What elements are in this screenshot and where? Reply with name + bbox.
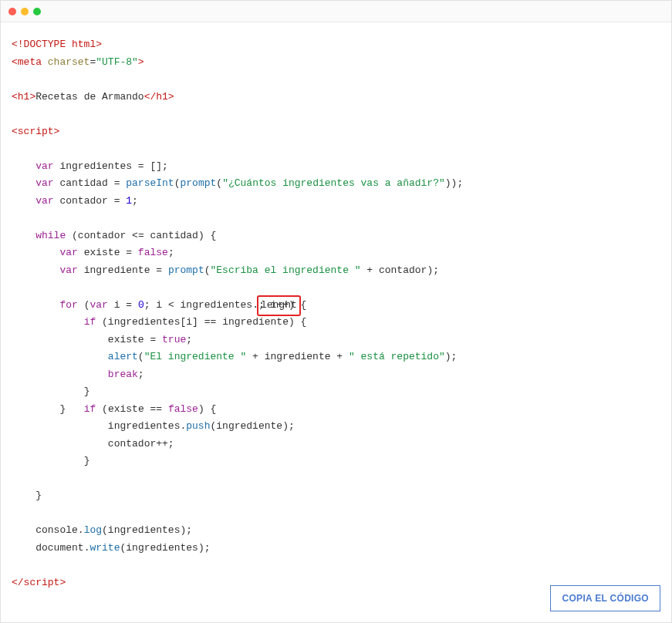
code-token: var [35, 160, 53, 172]
code-token: ; [138, 369, 144, 380]
code-token: parseInt [126, 177, 174, 189]
code-token: > [138, 56, 144, 68]
code-token: cantidad [59, 177, 107, 189]
code-token: i [156, 299, 162, 311]
code-token: ( [216, 177, 222, 189]
code-token: + [361, 264, 379, 276]
code-token: { [204, 403, 217, 415]
code-token: prompt [168, 264, 204, 276]
code-token: " está repetido" [349, 351, 445, 362]
code-token: Recetas de Armando [35, 91, 144, 103]
code-token-lenght: lenght [261, 299, 297, 311]
code-token: <= [126, 230, 150, 241]
maximize-dot-icon[interactable] [33, 8, 41, 15]
code-token: "¿Cuántos ingredientes vas a añadir?" [222, 177, 445, 189]
code-token: ingrediente [265, 351, 331, 362]
code-token: )); [445, 177, 463, 189]
code-token: 1 [126, 195, 132, 207]
code-token: } [59, 403, 66, 415]
code-token: { [295, 316, 307, 328]
code-token: for [59, 299, 77, 311]
code-token: ); [427, 264, 439, 276]
code-token: write [89, 542, 120, 554]
code-token: <!DOCTYPE html> [12, 39, 102, 50]
code-token: if [84, 316, 96, 328]
code-token: ); [180, 524, 192, 536]
code-token: false [138, 247, 168, 258]
code-token: contador [59, 195, 107, 207]
code-token: ; [144, 299, 157, 311]
code-token: contador [108, 438, 156, 450]
code-token: } [84, 386, 90, 397]
code-token: "El ingrediente " [144, 351, 247, 362]
code-token: ingredientes [108, 420, 181, 432]
code-token: ingrediente [84, 264, 150, 276]
error-highlight: lenght [257, 295, 301, 317]
code-token: ingredientes [181, 299, 253, 311]
code-token: charset [42, 56, 89, 68]
code-token: "UTF-8" [96, 56, 138, 68]
code-token: + [331, 351, 349, 362]
code-token: = [108, 195, 126, 207]
code-token: + [246, 351, 264, 362]
code-token: ); [282, 420, 295, 432]
code-token: ( [102, 316, 108, 328]
code-token: var [35, 177, 53, 189]
code-token: ; [132, 195, 138, 207]
code-token: ) [198, 403, 204, 415]
code-token: ; [168, 247, 174, 258]
code-token: ingrediente [222, 316, 289, 328]
code-token: = [132, 160, 150, 172]
code-token: < [162, 299, 180, 311]
code-token: ( [174, 177, 181, 189]
code-token: = [120, 247, 137, 258]
code-token: var [59, 247, 77, 258]
code-token: []; [150, 160, 167, 172]
code-token: <meta [12, 56, 42, 68]
code-token: . [78, 524, 84, 536]
code-token: console [35, 524, 78, 536]
code-token: if [84, 403, 96, 415]
code-token: ; [186, 334, 192, 345]
code-token: true [162, 334, 186, 345]
code-token: ingredientes [59, 160, 132, 172]
close-dot-icon[interactable] [8, 8, 16, 15]
code-token: contador [78, 230, 126, 241]
code-token: ingredientes [108, 316, 181, 328]
code-token: = [150, 264, 167, 276]
code-token: ( [102, 403, 108, 415]
code-token: push [186, 420, 210, 432]
code-token: { [204, 230, 217, 241]
code-token: break [108, 369, 138, 380]
code-token: 0 [138, 299, 144, 311]
window-titlebar [1, 1, 671, 22]
code-token: false [168, 403, 198, 415]
code-token: ) [289, 316, 295, 328]
minimize-dot-icon[interactable] [21, 8, 29, 15]
code-token: = [108, 177, 126, 189]
code-token: ++ [156, 438, 168, 450]
code-token: </h1> [144, 91, 174, 103]
code-token: log [84, 524, 102, 536]
code-token: = [120, 299, 137, 311]
code-token: ingredientes [108, 524, 181, 536]
code-token: </script> [12, 577, 66, 588]
code-token: contador [379, 264, 427, 276]
code-token: document [35, 542, 83, 554]
editor-window: <!DOCTYPE html> <meta charset="UTF-8"> <… [0, 0, 672, 623]
code-token: ingrediente [216, 420, 282, 432]
code-token: = [144, 334, 162, 345]
code-token: } [35, 490, 42, 501]
code-token: alert [108, 351, 138, 362]
code-token: ingredientes [126, 542, 198, 554]
code-token: while [35, 230, 66, 241]
copy-code-button[interactable]: COPIA EL CÓDIGO [550, 585, 660, 611]
code-token: var [35, 195, 53, 207]
code-token: == [144, 403, 168, 415]
code-token: var [59, 264, 77, 276]
code-token: ) [198, 230, 204, 241]
code-token: ); [198, 542, 211, 554]
code-block: <!DOCTYPE html> <meta charset="UTF-8"> <… [1, 22, 671, 602]
code-token: ( [102, 524, 108, 536]
code-token: existe [108, 334, 144, 345]
